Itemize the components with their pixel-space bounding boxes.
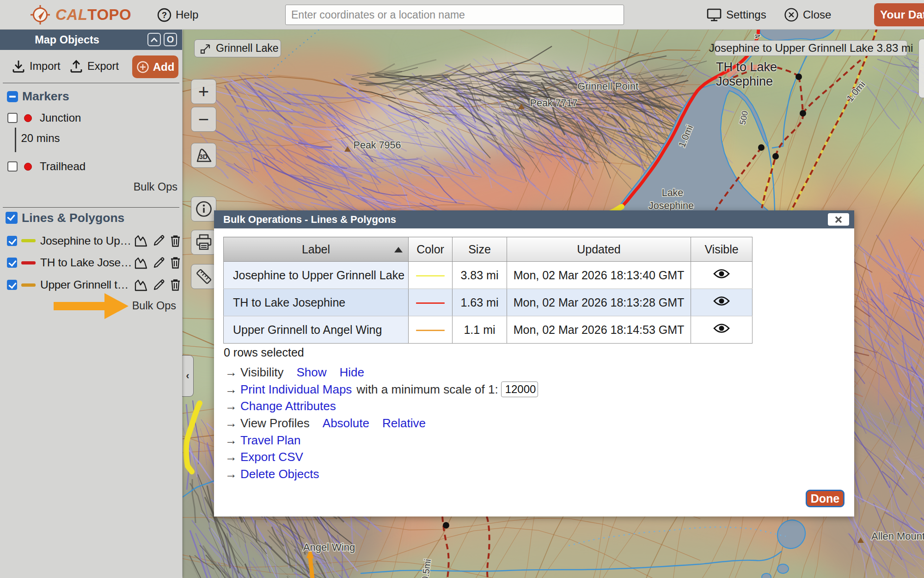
table-row[interactable]: TH to Lake Josephine 1.63 mi Mon, 02 Mar… bbox=[224, 289, 753, 316]
export-csv-link[interactable]: Export CSV bbox=[240, 450, 303, 464]
add-button[interactable]: Add bbox=[132, 55, 178, 78]
panel-collapse-button[interactable] bbox=[147, 33, 161, 46]
visible-eye-icon[interactable] bbox=[713, 295, 730, 307]
delete-trash-icon[interactable] bbox=[170, 278, 181, 291]
line-checkbox[interactable] bbox=[7, 280, 17, 290]
svg-text:Josephine: Josephine bbox=[649, 200, 694, 211]
line-label[interactable]: TH to Lake Jose… bbox=[40, 256, 135, 269]
row-label[interactable]: Upper Grinnell to Angel Wing bbox=[224, 316, 409, 344]
svg-text:Grinnell Point: Grinnell Point bbox=[577, 80, 638, 92]
column-header-color[interactable]: Color bbox=[409, 237, 453, 262]
dialog-title: Bulk Operations - Lines & Polygons bbox=[214, 214, 396, 226]
print-individual-maps-link[interactable]: Print Individual Maps bbox=[240, 382, 352, 397]
row-color-cell bbox=[409, 289, 453, 316]
show-link[interactable]: Show bbox=[296, 365, 326, 380]
help-button[interactable]: ? Help bbox=[157, 0, 198, 30]
trailhead-label[interactable]: Trailhead bbox=[40, 160, 86, 173]
delete-objects-link[interactable]: Delete Objects bbox=[240, 467, 319, 481]
action-visibility: → Visibility Show Hide bbox=[225, 364, 538, 381]
settings-button[interactable]: Settings bbox=[706, 0, 766, 30]
export-button[interactable]: Export bbox=[69, 50, 119, 83]
print-button[interactable] bbox=[191, 230, 216, 255]
info-icon bbox=[195, 200, 213, 218]
edit-pencil-icon[interactable] bbox=[153, 257, 165, 269]
dialog-titlebar[interactable]: Bulk Operations - Lines & Polygons bbox=[214, 210, 854, 228]
measurement-label: Josephine to Upper Grinnell Lake 3.83 mi bbox=[715, 40, 907, 56]
table-row[interactable]: Josephine to Upper Grinnell Lake 3.83 mi… bbox=[224, 262, 753, 289]
table-header-row: Label Color Size Updated Visible bbox=[224, 237, 753, 262]
sidebar-collapse-tab[interactable]: ‹ bbox=[182, 355, 194, 397]
edit-pencil-icon[interactable] bbox=[153, 279, 165, 291]
terrain-3d-icon: 3D bbox=[194, 146, 214, 165]
panel-objects-label: O bbox=[167, 34, 174, 45]
markers-bulk-ops-link[interactable]: Bulk Ops bbox=[0, 181, 182, 193]
rows-selected-status: 0 rows selected bbox=[224, 346, 304, 359]
chevron-up-icon bbox=[150, 37, 158, 43]
map-objects-title: Map Objects bbox=[35, 34, 99, 46]
change-attributes-link[interactable]: Change Attributes bbox=[240, 399, 336, 413]
map-info-button[interactable] bbox=[191, 197, 216, 221]
line-checkbox[interactable] bbox=[7, 236, 17, 246]
done-button[interactable]: Done bbox=[806, 490, 844, 507]
measure-button[interactable] bbox=[191, 264, 216, 289]
zoom-in-button[interactable]: + bbox=[191, 79, 216, 104]
profile-icon[interactable] bbox=[135, 234, 148, 247]
terrain-3d-button[interactable]: 3D bbox=[191, 143, 216, 168]
arrow-icon: → bbox=[225, 365, 240, 380]
row-visible-cell[interactable] bbox=[691, 289, 753, 316]
edit-pencil-icon[interactable] bbox=[153, 234, 165, 247]
relative-link[interactable]: Relative bbox=[382, 416, 426, 430]
visible-eye-icon[interactable] bbox=[713, 268, 730, 279]
dialog-close-button[interactable] bbox=[828, 213, 849, 226]
caltopo-compass-icon bbox=[30, 4, 51, 25]
line-label[interactable]: Josephine to Up… bbox=[40, 234, 135, 247]
delete-trash-icon[interactable] bbox=[170, 256, 181, 269]
column-header-visible[interactable]: Visible bbox=[691, 237, 753, 262]
column-header-label[interactable]: Label bbox=[224, 237, 409, 262]
absolute-link[interactable]: Absolute bbox=[323, 416, 369, 430]
junction-sub-row: 20 mins bbox=[15, 128, 182, 152]
svg-text:Allen Mountain: Allen Mountain bbox=[871, 530, 924, 542]
min-scale-input[interactable] bbox=[501, 381, 538, 397]
map-extent-button[interactable]: Grinnell Lake bbox=[194, 39, 281, 57]
line-checkbox[interactable] bbox=[7, 258, 17, 268]
action-print-maps: → Print Individual Maps with a minimum s… bbox=[225, 381, 538, 398]
search-input[interactable] bbox=[285, 5, 624, 25]
your-data-button[interactable]: Your Data bbox=[874, 3, 924, 26]
route-map-label: TH to LakeJosephine bbox=[716, 60, 777, 89]
column-header-size[interactable]: Size bbox=[453, 237, 507, 262]
view-profiles-label: View Profiles bbox=[240, 416, 310, 430]
collapse-section-icon[interactable] bbox=[7, 91, 18, 102]
line-label[interactable]: Upper Grinnell t… bbox=[40, 278, 135, 291]
delete-trash-icon[interactable] bbox=[170, 234, 181, 247]
close-label: Close bbox=[803, 8, 831, 21]
junction-checkbox[interactable] bbox=[7, 113, 18, 123]
row-label[interactable]: TH to Lake Josephine bbox=[224, 289, 409, 316]
hide-link[interactable]: Hide bbox=[339, 365, 364, 380]
panel-objects-button[interactable]: O bbox=[164, 33, 177, 46]
action-travel-plan: → Travel Plan bbox=[225, 432, 538, 449]
close-button[interactable]: Close bbox=[784, 0, 831, 30]
visible-eye-icon[interactable] bbox=[713, 323, 730, 334]
lines-checkbox[interactable] bbox=[6, 212, 18, 224]
junction-label[interactable]: Junction bbox=[40, 111, 81, 124]
trailhead-checkbox[interactable] bbox=[7, 161, 18, 172]
table-row[interactable]: Upper Grinnell to Angel Wing 1.1 mi Mon,… bbox=[224, 316, 753, 344]
row-visible-cell[interactable] bbox=[691, 316, 753, 344]
import-button[interactable]: Import bbox=[12, 50, 61, 83]
caltopo-logo[interactable]: CALTOPO bbox=[30, 4, 131, 25]
row-color-cell bbox=[409, 262, 453, 289]
marker-item-junction: Junction bbox=[0, 111, 182, 124]
column-header-updated[interactable]: Updated bbox=[507, 237, 691, 262]
row-visible-cell[interactable] bbox=[691, 262, 753, 289]
travel-plan-link[interactable]: Travel Plan bbox=[240, 433, 301, 448]
row-label[interactable]: Josephine to Upper Grinnell Lake bbox=[224, 262, 409, 289]
settings-monitor-icon bbox=[706, 7, 722, 22]
profile-icon[interactable] bbox=[135, 257, 148, 269]
profile-icon[interactable] bbox=[135, 279, 148, 291]
export-icon bbox=[69, 59, 83, 74]
svg-text:?: ? bbox=[162, 11, 167, 20]
dialog-close-icon bbox=[834, 215, 843, 224]
map-extent-label: Grinnell Lake bbox=[216, 42, 279, 55]
zoom-out-button[interactable]: − bbox=[191, 107, 216, 132]
